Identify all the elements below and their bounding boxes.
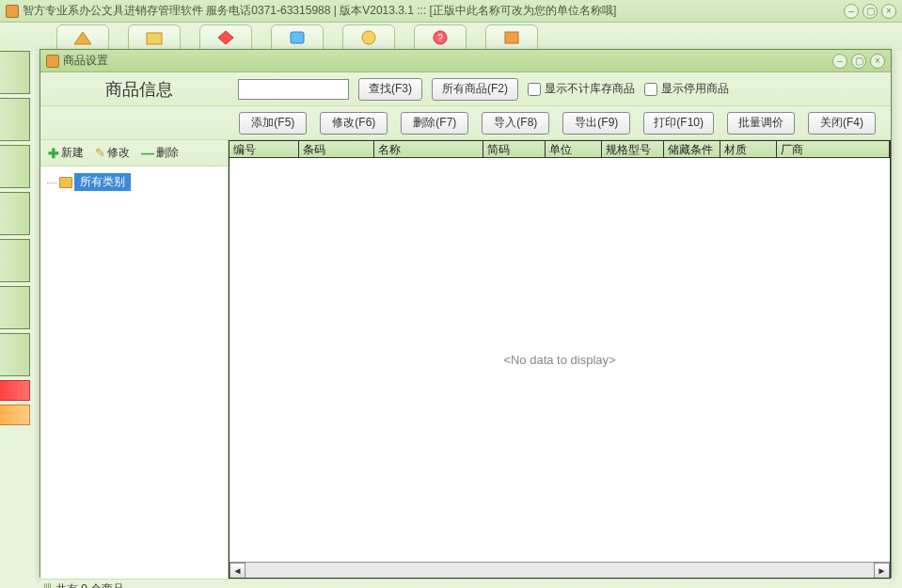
app-titlebar: 智方专业系办公文具进销存管理软件 服务电话0371-63315988 | 版本V…: [0, 0, 902, 23]
category-tree-panel: ✚新建 ✎修改 —删除 ····· 所有类别: [40, 140, 229, 579]
toolbar-icon-7[interactable]: [485, 24, 538, 51]
dialog-maximize-button[interactable]: ▢: [851, 54, 866, 69]
tree-root-node[interactable]: ····· 所有类别: [44, 172, 224, 192]
col-unit[interactable]: 单位: [546, 141, 602, 157]
delete-button[interactable]: 删除(F7): [401, 112, 468, 135]
checkbox-hide-stock-input[interactable]: [528, 83, 541, 96]
toolbar-icon-4[interactable]: [271, 24, 324, 51]
col-storage[interactable]: 储藏条件: [664, 141, 720, 157]
batch-price-button[interactable]: 批量调价: [727, 112, 795, 135]
tree-edit-button[interactable]: ✎修改: [91, 143, 134, 163]
product-settings-dialog: 商品设置 – ▢ × 商品信息 查找(F3) 所有商品(F2) 显示不计库存商品…: [40, 49, 892, 578]
tree-new-button[interactable]: ✚新建: [44, 143, 87, 163]
side-tab-2[interactable]: [0, 98, 30, 141]
col-vendor[interactable]: 厂商: [777, 141, 890, 157]
app-title: 智方专业系办公文具进销存管理软件 服务电话0371-63315988 | 版本V…: [23, 3, 844, 19]
search-row: 商品信息 查找(F3) 所有商品(F2) 显示不计库存商品 显示停用商品: [40, 72, 891, 106]
action-row: 添加(F5) 修改(F6) 删除(F7) 导入(F8) 导出(F9) 打印(F1…: [40, 106, 891, 140]
toolbar-icon-6[interactable]: ?: [414, 24, 467, 51]
side-tabs: [0, 51, 30, 429]
toolbar-icon-3[interactable]: [199, 24, 252, 51]
dialog-titlebar: 商品设置 – ▢ ×: [40, 50, 891, 72]
svg-text:?: ?: [437, 33, 443, 43]
side-tab-1[interactable]: [0, 51, 30, 94]
col-id[interactable]: 编号: [229, 141, 299, 157]
status-grip-icon: [44, 583, 52, 589]
search-input[interactable]: [238, 79, 349, 100]
tree-body[interactable]: ····· 所有类别: [40, 167, 228, 579]
product-grid-panel: 编号 条码 名称 简码 单位 规格型号 储藏条件 材质 厂商 <No data …: [229, 140, 891, 579]
scroll-right-button[interactable]: ►: [874, 563, 890, 579]
scroll-track[interactable]: [245, 563, 874, 579]
toolbar-icon-2[interactable]: [128, 24, 181, 51]
dialog-title: 商品设置: [63, 53, 832, 69]
edit-icon: ✎: [95, 146, 105, 160]
side-tab-7[interactable]: [0, 333, 30, 376]
svg-rect-5: [505, 32, 518, 43]
maximize-button[interactable]: ▢: [862, 4, 878, 19]
print-button[interactable]: 打印(F10): [643, 112, 714, 135]
dialog-close-button[interactable]: ×: [870, 54, 885, 69]
all-products-button[interactable]: 所有商品(F2): [432, 78, 518, 101]
col-barcode[interactable]: 条码: [299, 141, 374, 157]
side-tab-orange[interactable]: [0, 405, 30, 425]
tree-connector-icon: ·····: [46, 176, 57, 189]
app-icon: [6, 5, 19, 18]
tree-edit-label: 修改: [107, 145, 130, 161]
checkbox-disabled[interactable]: 显示停用商品: [644, 81, 729, 97]
add-button[interactable]: 添加(F5): [239, 112, 307, 135]
close-button[interactable]: ×: [881, 4, 896, 19]
col-short[interactable]: 简码: [483, 141, 546, 157]
modify-button[interactable]: 修改(F6): [320, 112, 388, 135]
grid-h-scrollbar[interactable]: ◄ ►: [229, 562, 890, 578]
search-button[interactable]: 查找(F3): [358, 78, 422, 101]
export-button[interactable]: 导出(F9): [562, 112, 630, 135]
checkbox-hide-stock-label: 显示不计库存商品: [545, 81, 635, 97]
tree-delete-label: 删除: [156, 145, 179, 161]
col-spec[interactable]: 规格型号: [602, 141, 664, 157]
dialog-icon: [46, 55, 59, 68]
side-tab-6[interactable]: [0, 286, 30, 329]
svg-rect-0: [147, 33, 162, 44]
tree-root-label: 所有类别: [74, 173, 131, 191]
main-toolbar: ?: [0, 23, 902, 51]
col-name[interactable]: 名称: [374, 141, 483, 157]
panel-heading: 商品信息: [50, 78, 229, 101]
col-material[interactable]: 材质: [720, 141, 777, 157]
toolbar-icon-5[interactable]: [342, 24, 395, 51]
checkbox-disabled-label: 显示停用商品: [661, 81, 729, 97]
tree-toolbar: ✚新建 ✎修改 —删除: [40, 140, 228, 167]
side-tab-3[interactable]: [0, 145, 30, 188]
minimize-button[interactable]: –: [844, 4, 859, 19]
grid-header: 编号 条码 名称 简码 单位 规格型号 储藏条件 材质 厂商: [229, 141, 890, 158]
side-tab-4[interactable]: [0, 192, 30, 235]
status-bar: 共有 0 个商品: [40, 579, 891, 588]
side-tab-5[interactable]: [0, 239, 30, 282]
side-tab-red[interactable]: [0, 380, 30, 401]
checkbox-hide-stock[interactable]: 显示不计库存商品: [528, 81, 635, 97]
tree-delete-button[interactable]: —删除: [137, 143, 182, 163]
product-grid[interactable]: 编号 条码 名称 简码 单位 规格型号 储藏条件 材质 厂商 <No data …: [229, 140, 891, 579]
minus-icon: —: [141, 146, 154, 161]
svg-point-2: [362, 31, 375, 44]
checkbox-disabled-input[interactable]: [644, 83, 657, 96]
toolbar-icon-1[interactable]: [56, 24, 109, 51]
grid-empty-text: <No data to display>: [503, 353, 615, 367]
tree-new-label: 新建: [61, 145, 84, 161]
svg-rect-1: [291, 32, 304, 43]
import-button[interactable]: 导入(F8): [482, 112, 549, 135]
plus-icon: ✚: [48, 146, 59, 161]
scroll-left-button[interactable]: ◄: [229, 563, 245, 579]
dialog-minimize-button[interactable]: –: [832, 54, 847, 69]
status-text: 共有 0 个商品: [55, 581, 124, 588]
folder-icon: [59, 177, 72, 188]
close-dialog-button[interactable]: 关闭(F4): [808, 112, 876, 135]
